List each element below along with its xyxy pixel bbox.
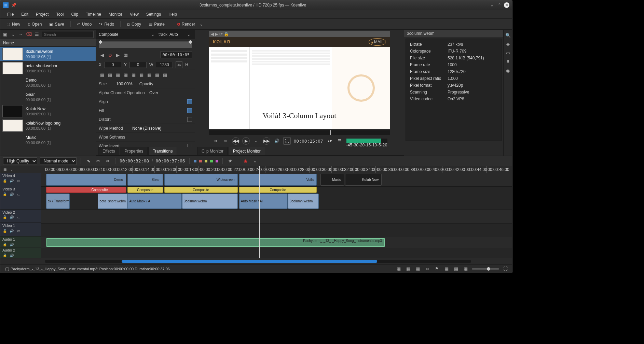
hide-icon[interactable]: ▭ <box>16 178 21 183</box>
lane-audio-1[interactable]: Pachyderm_-_13_-_Happy_Song_instrumental… <box>41 237 512 248</box>
tab-transitions[interactable]: Transitions <box>148 147 177 155</box>
menu-file[interactable]: File <box>4 11 17 18</box>
search-icon[interactable]: 🔍 <box>505 32 511 39</box>
menu-project[interactable]: Project <box>32 11 52 18</box>
track-header[interactable]: Video 2🔓🔊▭ <box>0 210 41 223</box>
hide-icon[interactable]: ▭ <box>16 228 21 233</box>
close-button[interactable]: ✕ <box>504 2 509 8</box>
new-button[interactable]: ▢New <box>4 20 23 28</box>
track-header[interactable]: Video 4🔓🔊▭ <box>0 173 41 187</box>
pin-icon[interactable]: 📌 <box>11 2 17 8</box>
tab-project-monitor[interactable]: Project Monitor <box>229 147 265 155</box>
prev-keyframe-icon[interactable]: ◀ <box>99 52 106 58</box>
scrollbar-thumb[interactable] <box>122 260 378 263</box>
lane-video-4[interactable]: Demo Gear Widescreen Voila Music Kolab N… <box>41 173 512 187</box>
layout-2-icon[interactable]: ▦ <box>405 266 412 272</box>
zoom-handle[interactable] <box>487 267 490 271</box>
forward-button[interactable]: ▶▶ <box>263 137 270 145</box>
lock-icon[interactable]: 🔓 <box>2 215 7 220</box>
mute-icon[interactable]: 🔊 <box>9 192 14 197</box>
align-bottom-icon[interactable]: ▦ <box>138 71 145 78</box>
menu-edit[interactable]: Edit <box>18 11 32 18</box>
timeline-scrollbar[interactable] <box>0 258 512 264</box>
pointer-tool-icon[interactable]: ⬉ <box>85 158 92 164</box>
grid-icon[interactable]: ⠿ <box>505 58 511 65</box>
save-button[interactable]: ▣Save <box>46 20 67 28</box>
wipe-invert-checkbox[interactable] <box>187 144 192 147</box>
fit-icon[interactable]: ▦ <box>146 71 153 78</box>
delete-button[interactable]: ⌫ <box>26 31 32 38</box>
effect-timecode[interactable]: 00:00:10:05 <box>160 52 192 58</box>
marker-color-5[interactable] <box>216 160 218 162</box>
track-header[interactable]: Audio 2🔓🔊 <box>0 247 41 258</box>
menu-view[interactable]: View <box>126 11 142 18</box>
menu-icon[interactable]: ☰ <box>336 137 344 145</box>
snap-icon[interactable]: ⧈ <box>424 266 431 272</box>
marker-color-3[interactable] <box>205 160 207 162</box>
bin-item[interactable]: Music00:00:05:00 [1] <box>0 133 96 147</box>
lane-audio-2[interactable] <box>41 248 512 258</box>
hide-icon[interactable]: ▭ <box>16 192 21 197</box>
keyframe-slider[interactable] <box>99 41 192 48</box>
marker-color-1[interactable] <box>194 160 196 162</box>
tab-effects[interactable]: Effects <box>98 147 119 155</box>
align-hcenter-icon[interactable]: ▦ <box>107 71 113 78</box>
track-header[interactable]: Video 3🔓🔊▭ <box>0 186 41 209</box>
layout-1-icon[interactable]: ▦ <box>395 266 402 272</box>
lock-icon[interactable]: 🔓 <box>2 228 7 233</box>
refresh-icon[interactable]: ◉ <box>505 67 511 74</box>
bin-column-header[interactable]: Name <box>0 39 96 47</box>
layout-3-icon[interactable]: ▦ <box>414 266 421 272</box>
redo-button[interactable]: ↷Redo <box>96 20 117 28</box>
align-checkbox[interactable] <box>187 99 192 104</box>
undo-button[interactable]: ↶Undo <box>74 20 95 28</box>
fit-width-icon[interactable]: ▦ <box>154 71 161 78</box>
zone-start-icon[interactable]: ⤟ <box>211 137 219 145</box>
monitor-ruler[interactable] <box>209 130 390 135</box>
spacer-tool-icon[interactable]: ⇔ <box>104 158 111 164</box>
w-input[interactable] <box>156 62 173 68</box>
tab-properties[interactable]: Properties <box>120 147 148 155</box>
lock-icon[interactable]: 🔓 <box>2 253 7 258</box>
chevron-down-icon[interactable]: ⌄ <box>252 137 260 145</box>
volume-icon[interactable]: 🔊 <box>273 137 280 145</box>
track-value[interactable]: Auto <box>169 32 183 37</box>
menu-settings[interactable]: Settings <box>143 11 164 18</box>
preview-render-icon[interactable]: ◉ <box>242 158 249 164</box>
menu-clip[interactable]: Clip <box>68 11 82 18</box>
timecode-spinner-icon[interactable]: ▴▾ <box>326 137 333 145</box>
track-header[interactable]: Video 1🔓🔊▭ <box>0 223 41 236</box>
distort-checkbox[interactable] <box>187 117 192 122</box>
lock-icon[interactable]: 🔓 <box>2 178 7 183</box>
favorite-icon[interactable]: ★ <box>227 158 234 164</box>
monitor-timecode[interactable]: 00:00:25:07 <box>293 139 323 144</box>
marker-color-4[interactable] <box>210 160 213 162</box>
wipe-method-select[interactable]: None (Dissolve) <box>132 126 161 131</box>
fill-checkbox[interactable] <box>187 108 192 113</box>
zone-end-icon[interactable]: ⤠ <box>222 137 229 145</box>
x-input[interactable] <box>104 62 121 68</box>
quality-select[interactable]: High Quality <box>3 157 37 165</box>
diamond-icon[interactable]: ◈ <box>505 41 511 47</box>
bin-item[interactable]: Kolab Now00:00:05:00 [1] <box>0 104 96 118</box>
audio-thumb-icon[interactable]: ▦ <box>453 266 460 272</box>
razor-tool-icon[interactable]: ✂ <box>95 158 101 164</box>
fit-zoom-icon[interactable]: ⛶ <box>502 266 509 272</box>
marker-icon[interactable]: ▦ <box>462 266 469 272</box>
rewind-button[interactable]: ◀◀ <box>232 137 239 145</box>
link-icon[interactable]: ⇔ <box>176 61 182 68</box>
bin-item[interactable]: 3column.webm00:00:18:05 [4] <box>0 47 96 61</box>
chevron-down-icon[interactable]: ⌄ <box>185 31 192 38</box>
alpha-select[interactable]: Over <box>149 90 158 95</box>
lock-icon[interactable]: 🔓 <box>2 192 7 197</box>
hide-icon[interactable]: ▭ <box>16 215 21 220</box>
flag-icon[interactable]: ⚑ <box>434 266 440 272</box>
chevron-down-icon[interactable]: ⌄ <box>252 158 259 164</box>
fullscreen-icon[interactable]: ⛶ <box>283 137 291 145</box>
bin-item[interactable]: beta_short.webm00:00:10:08 [1] <box>0 61 96 75</box>
chevron-down-icon[interactable]: ⌄ <box>9 167 14 172</box>
mode-select[interactable]: Normal mode <box>40 157 77 165</box>
paste-button[interactable]: ▤Paste <box>146 20 167 28</box>
menu-help[interactable]: Help <box>165 11 180 18</box>
bin-item[interactable]: kolabNow logo.png00:00:05:00 [1] <box>0 118 96 133</box>
